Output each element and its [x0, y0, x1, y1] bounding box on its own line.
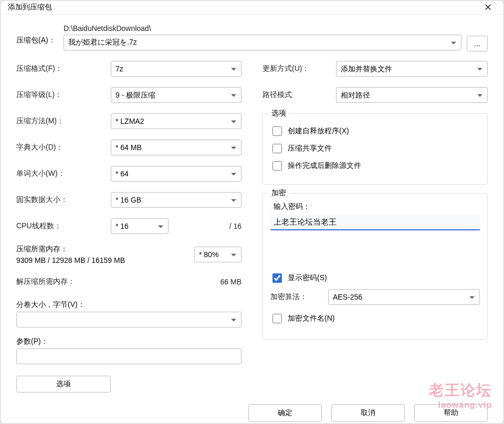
archive-filename-wrap: [64, 35, 461, 50]
show-password-row[interactable]: 显示密码(S): [270, 272, 480, 284]
archive-filename-input[interactable]: [64, 35, 461, 50]
level-label: 压缩等级(L)：: [16, 90, 111, 100]
window-title: 添加到压缩包: [8, 3, 52, 12]
shared-row[interactable]: 压缩共享文件: [270, 142, 480, 155]
sfx-row[interactable]: 创建自释放程序(X): [270, 125, 480, 137]
enc-alg-label: 加密算法：: [270, 292, 318, 302]
solid-label: 固实数据大小：: [16, 195, 111, 205]
encrypt-names-row[interactable]: 加密文件名(N): [270, 312, 480, 325]
password-label: 输入密码：: [274, 202, 480, 211]
cancel-button[interactable]: 取消: [331, 404, 405, 422]
dialog-window: 添加到压缩包 ✕ 压缩包(A)： D:\BaiduNetdiskDownload…: [0, 0, 504, 424]
solid-select[interactable]: * 16 GB: [111, 192, 242, 208]
split-block: 分卷大小，字节(V)：: [16, 300, 242, 327]
sfx-label: 创建自释放程序(X): [288, 126, 349, 136]
params-label: 参数(P)：: [16, 337, 242, 346]
options-group-title: 选项: [268, 109, 289, 118]
threads-total: / 16: [169, 222, 242, 230]
options-group: 选项 创建自释放程序(X) 压缩共享文件 操作完成后删除源文件: [262, 113, 488, 185]
split-select[interactable]: [16, 312, 242, 327]
pathmode-label: 路径模式: [262, 90, 336, 100]
compress-mem-value: 9309 MB / 12928 MB / 16159 MB: [16, 256, 194, 264]
decompress-mem-value: 66 MB: [216, 278, 242, 286]
right-column: 更新方式(U)： 添加并替换文件 路径模式 相对路径 选项 创建自释放程序(X): [262, 61, 488, 393]
archive-label: 压缩包(A)：: [16, 24, 58, 45]
browse-button[interactable]: ...: [467, 36, 488, 51]
show-password-label: 显示密码(S): [288, 273, 327, 283]
compress-mem-pct-select[interactable]: * 80%: [194, 247, 242, 262]
params-block: 参数(P)：: [16, 337, 242, 364]
show-password-checkbox[interactable]: [272, 273, 282, 283]
format-select[interactable]: 7z: [111, 61, 242, 77]
params-input[interactable]: [16, 348, 242, 364]
enc-alg-select[interactable]: AES-256: [328, 289, 480, 305]
sfx-checkbox[interactable]: [272, 126, 282, 136]
pathmode-select[interactable]: 相对路径: [336, 87, 488, 103]
encrypt-group: 加密 输入密码： 显示密码(S) 加密算法： AES-256 加密文件名(N): [262, 193, 488, 340]
help-button[interactable]: 帮助: [414, 404, 488, 422]
compress-mem-label: 压缩所需内存：: [16, 245, 194, 254]
delete-after-label: 操作完成后删除源文件: [288, 161, 361, 171]
options-button[interactable]: 选项: [16, 376, 111, 393]
titlebar: 添加到压缩包 ✕: [1, 1, 503, 15]
delete-after-row[interactable]: 操作完成后删除源文件: [270, 160, 480, 172]
update-select[interactable]: 添加并替换文件: [336, 61, 488, 77]
method-select[interactable]: * LZMA2: [111, 113, 242, 129]
close-icon[interactable]: ✕: [480, 1, 496, 14]
word-label: 单词大小(W)：: [16, 169, 111, 178]
columns: 压缩格式(F)： 7z 压缩等级(L)： 9 - 极限压缩 压缩方法(M)： *…: [16, 61, 488, 393]
dialog-body: 压缩包(A)： D:\BaiduNetdiskDownload\ ... 压缩格…: [1, 15, 503, 398]
dict-label: 字典大小(D)：: [16, 143, 111, 152]
dict-select[interactable]: * 64 MB: [111, 140, 242, 155]
split-label: 分卷大小，字节(V)：: [16, 300, 242, 310]
decompress-mem-label: 解压缩所需内存：: [16, 277, 216, 287]
archive-row: 压缩包(A)： D:\BaiduNetdiskDownload\ ...: [16, 24, 488, 51]
left-column: 压缩格式(F)： 7z 压缩等级(L)： 9 - 极限压缩 压缩方法(M)： *…: [16, 61, 242, 393]
level-select[interactable]: 9 - 极限压缩: [111, 87, 242, 103]
shared-checkbox[interactable]: [272, 144, 282, 153]
footer: 确定 取消 帮助: [1, 398, 503, 424]
format-label: 压缩格式(F)：: [16, 64, 111, 73]
method-label: 压缩方法(M)：: [16, 116, 111, 126]
password-input[interactable]: [270, 215, 480, 230]
archive-path: D:\BaiduNetdiskDownload\: [64, 24, 461, 33]
encrypt-group-title: 加密: [268, 188, 289, 198]
encrypt-names-checkbox[interactable]: [272, 314, 282, 323]
archive-main: D:\BaiduNetdiskDownload\: [64, 24, 461, 50]
threads-select[interactable]: * 16: [111, 218, 169, 234]
encrypt-names-label: 加密文件名(N): [288, 314, 334, 323]
word-select[interactable]: * 64: [111, 166, 242, 182]
compress-mem-block: 压缩所需内存： 9309 MB / 12928 MB / 16159 MB * …: [16, 245, 242, 264]
delete-after-checkbox[interactable]: [272, 161, 282, 171]
ok-button[interactable]: 确定: [248, 404, 322, 422]
shared-label: 压缩共享文件: [288, 144, 332, 153]
threads-label: CPU线程数：: [16, 221, 111, 231]
update-label: 更新方式(U)：: [262, 64, 336, 73]
